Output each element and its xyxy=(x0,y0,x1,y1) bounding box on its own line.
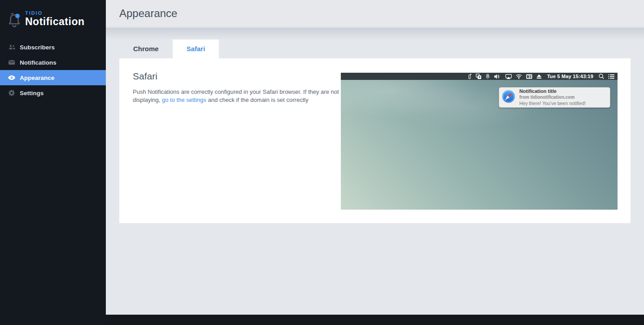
sidebar: TIDIO Notification Subscribers xyxy=(0,0,106,325)
main-area: Appearance Chrome Safari Safari Push Not… xyxy=(106,0,644,325)
sidebar-item-settings[interactable]: Settings xyxy=(0,85,106,101)
sidebar-nav: Subscribers Notifications Appearance xyxy=(0,40,106,101)
eject-icon xyxy=(536,74,542,79)
envelope-icon xyxy=(8,59,15,66)
notification-body: Hey there! You've been notified! xyxy=(519,101,586,106)
notification-title: Notification title xyxy=(519,88,586,95)
desktop-wallpaper: Notification title from tidionotificatio… xyxy=(341,80,618,210)
page-title: Appearance xyxy=(119,7,177,20)
volume-icon xyxy=(494,74,500,79)
app-logo[interactable]: TIDIO Notification xyxy=(0,0,106,32)
users-icon xyxy=(8,44,15,51)
gear-icon xyxy=(8,89,15,97)
tab-bar: Chrome Safari xyxy=(119,40,219,58)
page-header: Appearance xyxy=(106,0,644,27)
macos-notification: Notification title from tidionotificatio… xyxy=(499,87,610,108)
safari-compass-icon xyxy=(502,90,515,105)
sidebar-item-appearance[interactable]: Appearance xyxy=(0,70,106,85)
input-source-icon xyxy=(526,74,532,79)
safari-screenshot: Tue 5 May 15:43:19 xyxy=(341,73,618,210)
status-pill-icon xyxy=(468,74,472,79)
spotlight-search-icon xyxy=(599,74,604,79)
card-text-block: Safari Push Notifications are correctly … xyxy=(133,71,344,104)
bell-icon xyxy=(485,74,490,79)
logo-brand-text: TIDIO xyxy=(25,11,85,16)
sidebar-item-notifications[interactable]: Notifications xyxy=(0,55,106,70)
logo-product-text: Notification xyxy=(25,17,85,27)
tab-chrome[interactable]: Chrome xyxy=(119,40,173,58)
eye-icon xyxy=(8,74,15,81)
macos-menubar: Tue 5 May 15:43:19 xyxy=(341,73,618,80)
sidebar-item-label: Appearance xyxy=(20,75,54,81)
sidebar-item-label: Notifications xyxy=(20,59,57,66)
airplay-display-icon xyxy=(505,74,512,79)
sidebar-item-subscribers[interactable]: Subscribers xyxy=(0,40,106,55)
notification-source: from tidionotification.com xyxy=(519,95,586,101)
bell-logo-icon xyxy=(6,12,22,28)
header-shadow xyxy=(106,27,644,40)
sidebar-item-label: Settings xyxy=(20,90,44,97)
go-to-settings-link[interactable]: go to the settings xyxy=(162,97,206,103)
notification-center-icon xyxy=(608,74,614,79)
wifi-icon xyxy=(516,74,522,79)
content-card: Safari Push Notifications are correctly … xyxy=(119,58,631,223)
description-after-link: and check if the domain is set correctly xyxy=(206,97,309,103)
menubar-clock: Tue 5 May 15:43:19 xyxy=(547,74,593,79)
section-heading: Safari xyxy=(133,71,344,82)
section-description: Push Notifications are correctly configu… xyxy=(133,88,344,104)
tab-safari[interactable]: Safari xyxy=(173,40,219,58)
sidebar-item-label: Subscribers xyxy=(20,44,55,51)
screen-sharing-icon xyxy=(476,74,481,79)
